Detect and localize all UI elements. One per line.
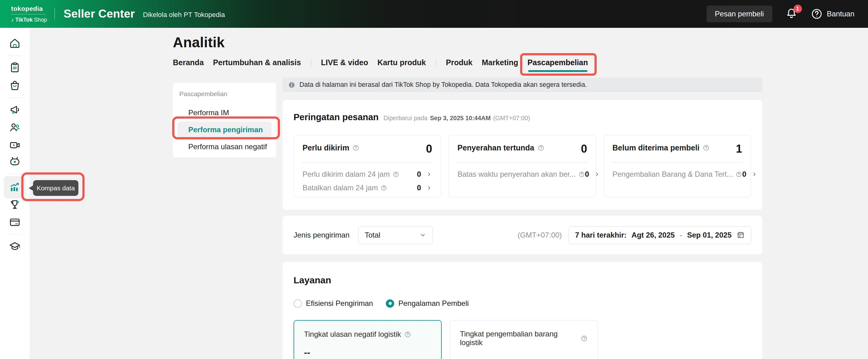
metric-card-pengembalian-barang-logistik[interactable]: Tingkat pengembalian barang logistik -- … xyxy=(450,320,598,359)
alert-card-belum-diterima: Belum diterima pembeli 1 Pengembalian Ba… xyxy=(603,135,751,197)
help-tooltip-icon[interactable] xyxy=(579,171,585,178)
help-tooltip-icon[interactable] xyxy=(404,331,411,338)
sidebar-divider xyxy=(7,55,23,56)
info-icon xyxy=(288,81,296,89)
help-tooltip-icon[interactable] xyxy=(381,185,387,191)
alert-card-title: Perlu dikirim xyxy=(303,143,359,152)
filter-panel: Jenis pengiriman Total (GMT+07:00) 7 har… xyxy=(282,216,763,254)
tab-produk[interactable]: Produk xyxy=(446,58,473,67)
service-panel: Layanan Efisiensi Pengiriman Pengalaman … xyxy=(282,262,763,359)
tab-kartu-produk[interactable]: Kartu produk xyxy=(377,58,426,67)
sidebar-item-data-compass[interactable] xyxy=(9,181,21,193)
help-tooltip-icon[interactable] xyxy=(736,171,742,178)
banner-text: Data di halaman ini berasal dari TikTok … xyxy=(300,81,587,89)
radio-option-efisiensi-pengiriman[interactable]: Efisiensi Pengiriman xyxy=(293,299,373,308)
sidebar-divider xyxy=(7,98,23,98)
help-button[interactable]: Bantuan xyxy=(811,8,855,20)
updated-timezone: (GMT+07:00) xyxy=(493,115,530,122)
notification-badge: 1 xyxy=(794,5,802,13)
home-icon xyxy=(9,37,21,50)
calendar-icon xyxy=(737,231,745,239)
subnav-group-label: Pascapembelian xyxy=(178,90,272,98)
affiliate-icon xyxy=(9,121,21,134)
tab-beranda[interactable]: Beranda xyxy=(173,58,204,67)
order-alerts-title: Peringatan pesanan xyxy=(293,112,379,122)
app-title: Seller Center xyxy=(64,7,135,20)
date-separator: - xyxy=(680,231,682,240)
tab-marketing[interactable]: Marketing xyxy=(482,58,518,67)
chevron-right-icon xyxy=(594,171,600,177)
alert-card-perlu-dikirim: Perlu dikirim 0 Perlu dikirim dalam 24 j… xyxy=(293,135,441,197)
subnav-panel: Pascapembelian Performa IM Performa peng… xyxy=(173,83,276,158)
sidebar-item-affiliate[interactable] xyxy=(9,121,21,134)
sidebar-item-products[interactable] xyxy=(9,79,21,91)
shipping-type-value: Total xyxy=(365,231,380,240)
achievements-icon xyxy=(9,198,21,211)
tab-pascapembelian[interactable]: Pascapembelian xyxy=(528,58,588,67)
alert-card-value: 0 xyxy=(426,143,432,155)
subnav-item-performa-im[interactable]: Performa IM xyxy=(178,104,272,121)
radio-selected-icon xyxy=(386,299,394,308)
tab-live-video[interactable]: LIVE & video xyxy=(321,58,368,67)
alert-row-pengembalian-tertunda[interactable]: Pengembalian Barang & Dana Tert... 0 xyxy=(612,169,742,180)
alert-card-title: Belum diterima pembeli xyxy=(612,143,710,152)
top-header: tokopedia TikTok Shop Seller Center Dike… xyxy=(0,0,868,28)
shipping-type-select[interactable]: Total xyxy=(358,226,433,244)
help-tooltip-icon[interactable] xyxy=(581,335,588,342)
alert-card-value: 0 xyxy=(581,143,587,155)
buyer-messages-button[interactable]: Pesan pembeli xyxy=(707,5,772,22)
card-divider xyxy=(303,162,432,163)
sidebar-item-live[interactable] xyxy=(9,155,21,167)
timezone-label: (GMT+07:00) xyxy=(518,231,562,240)
card-divider xyxy=(458,162,587,163)
tiktok-note-icon xyxy=(11,17,14,23)
kompas-data-tooltip: Kompas data xyxy=(33,180,79,196)
analytics-tabs: Beranda Pertumbuhan & analisis LIVE & vi… xyxy=(173,58,588,67)
alert-row-perlu-dikirim-24jam[interactable]: Perlu dikirim dalam 24 jam 0 xyxy=(303,169,432,180)
card-divider xyxy=(612,162,742,163)
alert-card-penyerahan-tertunda: Penyerahan tertunda 0 Batas waktu penyer… xyxy=(448,135,596,197)
marketing-icon xyxy=(9,104,21,116)
academy-icon xyxy=(9,240,21,253)
date-range-label: 7 hari terakhir: xyxy=(575,231,627,240)
service-title: Layanan xyxy=(293,275,751,285)
shipping-type-label: Jenis pengiriman xyxy=(293,231,349,240)
date-end: Sep 01, 2025 xyxy=(687,231,732,240)
active-tab-underline xyxy=(528,70,587,72)
date-range-picker[interactable]: 7 hari terakhir: Agt 26, 2025 - Sep 01, … xyxy=(568,226,751,244)
metric-card-ulasan-negatif-logistik[interactable]: Tingkat ulasan negatif logistik -- Lebih… xyxy=(293,320,442,359)
tab-group-divider xyxy=(436,59,436,67)
help-tooltip-icon[interactable] xyxy=(537,144,545,151)
date-start: Agt 26, 2025 xyxy=(631,231,675,240)
sidebar-item-achievements[interactable] xyxy=(9,198,21,211)
notifications-button[interactable]: 1 xyxy=(785,7,798,21)
metric-value: -- xyxy=(304,347,431,358)
sidebar-item-marketing[interactable] xyxy=(9,104,21,116)
sidebar-item-video[interactable] xyxy=(9,139,21,151)
page-title: Analitik xyxy=(173,34,225,51)
left-sidebar xyxy=(0,28,30,359)
help-tooltip-icon[interactable] xyxy=(352,144,359,151)
alert-row-batalkan-24jam[interactable]: Batalkan dalam 24 jam 0 xyxy=(303,182,432,193)
video-icon xyxy=(9,139,21,151)
service-radio-group: Efisiensi Pengiriman Pengalaman Pembeli xyxy=(293,299,751,308)
help-tooltip-icon[interactable] xyxy=(393,171,399,178)
alert-card-title: Penyerahan tertunda xyxy=(458,143,545,152)
radio-option-pengalaman-pembeli[interactable]: Pengalaman Pembeli xyxy=(386,299,469,308)
alert-card-value: 1 xyxy=(736,143,742,155)
updated-prefix: Diperbarui pada xyxy=(384,115,428,122)
sidebar-item-home[interactable] xyxy=(9,37,21,50)
help-label: Bantuan xyxy=(827,9,855,18)
subnav-item-performa-pengiriman[interactable]: Performa pengiriman xyxy=(178,121,272,138)
tooltip-arrow xyxy=(29,185,33,191)
chevron-right-icon xyxy=(751,171,757,177)
alert-row-batas-waktu-penyerahan[interactable]: Batas waktu penyerahan akan ber... 0 xyxy=(458,169,587,180)
subnav-item-performa-ulasan-negatif[interactable]: Performa ulasan negatif xyxy=(178,138,272,155)
tokopedia-logo-text: tokopedia xyxy=(11,5,46,12)
sidebar-item-finance[interactable] xyxy=(9,216,21,228)
help-tooltip-icon[interactable] xyxy=(703,144,710,151)
sidebar-item-orders[interactable] xyxy=(9,61,21,74)
tokopedia-tiktok-logo[interactable]: tokopedia TikTok Shop xyxy=(11,5,46,23)
tab-pertumbuhan-analisis[interactable]: Pertumbuhan & analisis xyxy=(213,58,301,67)
sidebar-item-academy[interactable] xyxy=(9,240,21,253)
